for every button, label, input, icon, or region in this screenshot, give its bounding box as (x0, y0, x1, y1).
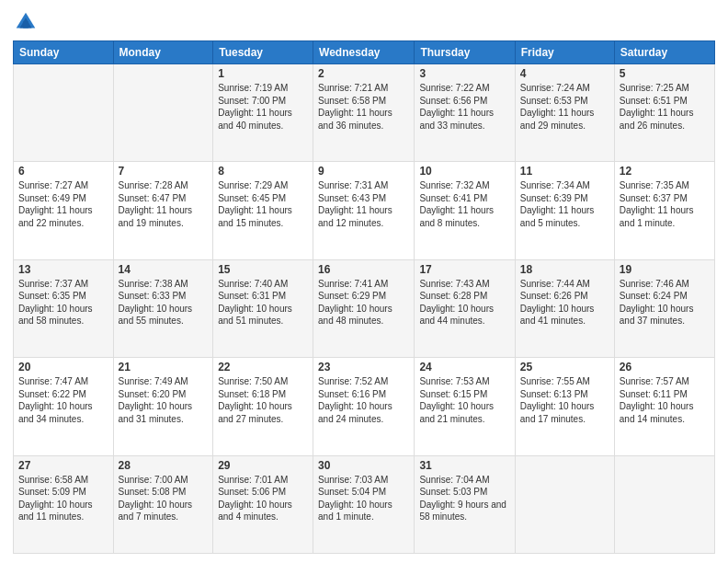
day-number: 5 (620, 67, 710, 80)
day-number: 17 (419, 263, 509, 276)
calendar-week-row: 6Sunrise: 7:27 AM Sunset: 6:49 PM Daylig… (14, 162, 715, 259)
calendar-cell: 25Sunrise: 7:55 AM Sunset: 6:13 PM Dayli… (515, 358, 614, 455)
calendar-cell: 27Sunrise: 6:58 AM Sunset: 5:09 PM Dayli… (14, 455, 114, 553)
weekday-header: Wednesday (313, 41, 415, 64)
day-number: 26 (620, 361, 710, 373)
day-info: Sunrise: 7:57 AM Sunset: 6:11 PM Dayligh… (620, 375, 710, 425)
day-info: Sunrise: 7:46 AM Sunset: 6:24 PM Dayligh… (620, 278, 710, 327)
day-number: 3 (419, 67, 509, 80)
logo-icon (13, 9, 39, 35)
weekday-header: Thursday (415, 41, 515, 64)
calendar-cell: 10Sunrise: 7:32 AM Sunset: 6:41 PM Dayli… (415, 162, 515, 259)
calendar-cell: 16Sunrise: 7:41 AM Sunset: 6:29 PM Dayli… (313, 259, 415, 357)
day-number: 1 (218, 67, 308, 80)
day-number: 31 (419, 459, 509, 472)
calendar-header-row: SundayMondayTuesdayWednesdayThursdayFrid… (14, 41, 715, 64)
day-number: 21 (119, 361, 209, 373)
day-number: 22 (218, 361, 308, 373)
day-number: 4 (520, 67, 609, 80)
day-info: Sunrise: 7:41 AM Sunset: 6:29 PM Dayligh… (318, 278, 409, 327)
day-info: Sunrise: 7:50 AM Sunset: 6:18 PM Dayligh… (218, 375, 308, 425)
day-number: 23 (318, 361, 409, 373)
calendar-cell: 6Sunrise: 7:27 AM Sunset: 6:49 PM Daylig… (14, 162, 114, 259)
weekday-header: Saturday (614, 41, 714, 64)
day-info: Sunrise: 7:19 AM Sunset: 7:00 PM Dayligh… (218, 82, 308, 132)
calendar-week-row: 20Sunrise: 7:47 AM Sunset: 6:22 PM Dayli… (14, 358, 715, 455)
day-number: 11 (520, 165, 609, 178)
day-info: Sunrise: 7:34 AM Sunset: 6:39 PM Dayligh… (520, 179, 609, 229)
calendar-cell: 4Sunrise: 7:24 AM Sunset: 6:53 PM Daylig… (515, 64, 614, 162)
day-number: 29 (218, 459, 308, 472)
calendar-cell: 8Sunrise: 7:29 AM Sunset: 6:45 PM Daylig… (213, 162, 313, 259)
weekday-header: Sunday (14, 41, 114, 64)
calendar-cell: 11Sunrise: 7:34 AM Sunset: 6:39 PM Dayli… (515, 162, 614, 259)
svg-rect-2 (23, 21, 28, 28)
day-info: Sunrise: 7:27 AM Sunset: 6:49 PM Dayligh… (18, 179, 108, 229)
day-number: 2 (318, 67, 409, 80)
day-number: 18 (520, 263, 609, 276)
day-info: Sunrise: 7:55 AM Sunset: 6:13 PM Dayligh… (520, 375, 609, 425)
calendar-cell: 9Sunrise: 7:31 AM Sunset: 6:43 PM Daylig… (313, 162, 415, 259)
day-number: 30 (318, 459, 409, 472)
calendar-cell: 31Sunrise: 7:04 AM Sunset: 5:03 PM Dayli… (415, 455, 515, 553)
day-number: 14 (119, 263, 209, 276)
day-info: Sunrise: 7:24 AM Sunset: 6:53 PM Dayligh… (520, 82, 609, 132)
day-number: 20 (18, 361, 108, 373)
day-info: Sunrise: 7:04 AM Sunset: 5:03 PM Dayligh… (419, 474, 509, 523)
weekday-header: Tuesday (213, 41, 313, 64)
calendar-cell: 30Sunrise: 7:03 AM Sunset: 5:04 PM Dayli… (313, 455, 415, 553)
day-info: Sunrise: 7:52 AM Sunset: 6:16 PM Dayligh… (318, 375, 409, 425)
logo (13, 9, 40, 35)
day-number: 19 (620, 263, 710, 276)
calendar-cell: 2Sunrise: 7:21 AM Sunset: 6:58 PM Daylig… (313, 64, 415, 162)
day-number: 12 (620, 165, 710, 178)
calendar-cell: 24Sunrise: 7:53 AM Sunset: 6:15 PM Dayli… (415, 358, 515, 455)
day-number: 15 (218, 263, 308, 276)
day-info: Sunrise: 7:32 AM Sunset: 6:41 PM Dayligh… (419, 179, 509, 229)
calendar-cell: 21Sunrise: 7:49 AM Sunset: 6:20 PM Dayli… (113, 358, 213, 455)
calendar-cell (113, 64, 213, 162)
calendar-cell: 1Sunrise: 7:19 AM Sunset: 7:00 PM Daylig… (213, 64, 313, 162)
day-number: 24 (419, 361, 509, 373)
day-info: Sunrise: 7:47 AM Sunset: 6:22 PM Dayligh… (18, 375, 108, 425)
main-container: SundayMondayTuesdayWednesdayThursdayFrid… (0, 0, 728, 563)
day-info: Sunrise: 7:03 AM Sunset: 5:04 PM Dayligh… (318, 474, 409, 523)
calendar-cell: 14Sunrise: 7:38 AM Sunset: 6:33 PM Dayli… (113, 259, 213, 357)
calendar-cell (14, 64, 114, 162)
day-number: 28 (119, 459, 209, 472)
day-info: Sunrise: 7:25 AM Sunset: 6:51 PM Dayligh… (620, 82, 710, 132)
day-info: Sunrise: 7:40 AM Sunset: 6:31 PM Dayligh… (218, 278, 308, 327)
day-info: Sunrise: 7:37 AM Sunset: 6:35 PM Dayligh… (18, 278, 108, 327)
calendar-cell: 15Sunrise: 7:40 AM Sunset: 6:31 PM Dayli… (213, 259, 313, 357)
day-number: 6 (18, 165, 108, 178)
calendar-cell: 28Sunrise: 7:00 AM Sunset: 5:08 PM Dayli… (113, 455, 213, 553)
day-number: 7 (119, 165, 209, 178)
calendar-cell (515, 455, 614, 553)
day-info: Sunrise: 7:43 AM Sunset: 6:28 PM Dayligh… (419, 278, 509, 327)
weekday-header: Monday (113, 41, 213, 64)
day-info: Sunrise: 7:01 AM Sunset: 5:06 PM Dayligh… (218, 474, 308, 523)
calendar-week-row: 13Sunrise: 7:37 AM Sunset: 6:35 PM Dayli… (14, 259, 715, 357)
calendar-cell: 20Sunrise: 7:47 AM Sunset: 6:22 PM Dayli… (14, 358, 114, 455)
day-info: Sunrise: 7:53 AM Sunset: 6:15 PM Dayligh… (419, 375, 509, 425)
day-info: Sunrise: 7:49 AM Sunset: 6:20 PM Dayligh… (119, 375, 209, 425)
day-number: 16 (318, 263, 409, 276)
day-number: 10 (419, 165, 509, 178)
day-number: 25 (520, 361, 609, 373)
day-number: 8 (218, 165, 308, 178)
calendar-table: SundayMondayTuesdayWednesdayThursdayFrid… (13, 40, 715, 554)
day-info: Sunrise: 7:21 AM Sunset: 6:58 PM Dayligh… (318, 82, 409, 132)
day-info: Sunrise: 7:00 AM Sunset: 5:08 PM Dayligh… (119, 474, 209, 523)
calendar-cell: 7Sunrise: 7:28 AM Sunset: 6:47 PM Daylig… (113, 162, 213, 259)
calendar-cell: 26Sunrise: 7:57 AM Sunset: 6:11 PM Dayli… (614, 358, 714, 455)
calendar-cell: 13Sunrise: 7:37 AM Sunset: 6:35 PM Dayli… (14, 259, 114, 357)
calendar-cell: 23Sunrise: 7:52 AM Sunset: 6:16 PM Dayli… (313, 358, 415, 455)
calendar-cell: 22Sunrise: 7:50 AM Sunset: 6:18 PM Dayli… (213, 358, 313, 455)
day-number: 9 (318, 165, 409, 178)
weekday-header: Friday (515, 41, 614, 64)
day-info: Sunrise: 7:35 AM Sunset: 6:37 PM Dayligh… (620, 179, 710, 229)
header (13, 9, 715, 35)
calendar-cell: 17Sunrise: 7:43 AM Sunset: 6:28 PM Dayli… (415, 259, 515, 357)
calendar-week-row: 1Sunrise: 7:19 AM Sunset: 7:00 PM Daylig… (14, 64, 715, 162)
day-number: 27 (18, 459, 108, 472)
